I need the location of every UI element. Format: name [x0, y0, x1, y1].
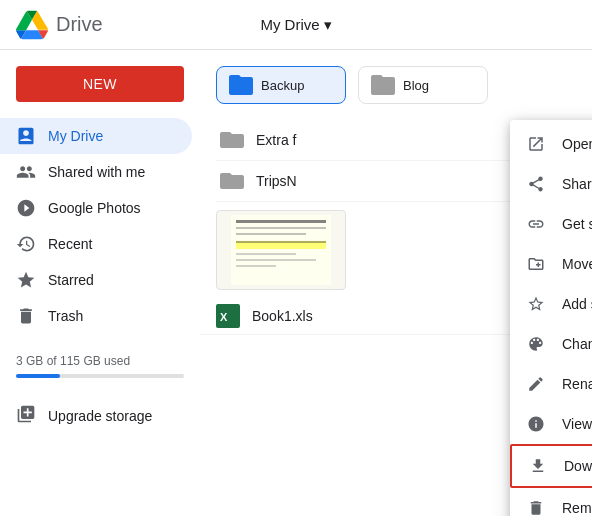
svg-text:X: X	[220, 311, 228, 323]
link-icon	[526, 214, 546, 234]
menu-item-change-color[interactable]: Change color ›	[510, 324, 592, 364]
menu-label-add-star: Add star	[562, 296, 592, 312]
move-to-icon	[526, 254, 546, 274]
sidebar-item-starred[interactable]: Starred	[0, 262, 192, 298]
folder-blog-label: Blog	[403, 78, 429, 93]
file-folder-icon	[220, 128, 244, 152]
info-icon	[526, 414, 546, 434]
sidebar-item-trash[interactable]: Trash	[0, 298, 192, 334]
sidebar-item-recent[interactable]: Recent	[0, 226, 192, 262]
document-thumbnail	[216, 210, 346, 290]
new-button[interactable]: NEW	[16, 66, 184, 102]
star-icon	[526, 294, 546, 314]
menu-label-move-to: Move to...	[562, 256, 592, 272]
menu-item-remove[interactable]: Remove	[510, 488, 592, 516]
my-drive-icon	[16, 126, 36, 146]
menu-item-move-to[interactable]: Move to...	[510, 244, 592, 284]
sidebar-label-photos: Google Photos	[48, 200, 141, 216]
file-folder-icon	[220, 169, 244, 193]
my-drive-label: My Drive	[260, 16, 319, 33]
sidebar: NEW My Drive Shared with me Google Photo…	[0, 50, 200, 516]
svg-rect-7	[236, 259, 316, 261]
photos-icon	[16, 198, 36, 218]
svg-rect-0	[231, 215, 331, 285]
sidebar-label-shared: Shared with me	[48, 164, 145, 180]
remove-icon	[526, 498, 546, 516]
upgrade-storage-button[interactable]: Upgrade storage	[0, 396, 200, 435]
menu-item-add-star[interactable]: Add star	[510, 284, 592, 324]
document-preview-icon	[231, 215, 331, 285]
sidebar-label-my-drive: My Drive	[48, 128, 103, 144]
menu-label-remove: Remove	[562, 500, 592, 516]
menu-label-download: Download	[564, 458, 592, 474]
menu-label-get-link: Get shareable link	[562, 216, 592, 232]
sidebar-label-starred: Starred	[48, 272, 94, 288]
menu-item-get-link[interactable]: Get shareable link	[510, 204, 592, 244]
folder-icon	[229, 75, 253, 95]
folder-backup-label: Backup	[261, 78, 304, 93]
folder-backup[interactable]: Backup	[216, 66, 346, 104]
svg-rect-8	[236, 265, 276, 267]
menu-label-open-with: Open with	[562, 136, 592, 152]
storage-bar-fill	[16, 374, 60, 378]
menu-item-view-details[interactable]: View details	[510, 404, 592, 444]
menu-item-download[interactable]: Download	[510, 444, 592, 488]
sidebar-item-my-drive[interactable]: My Drive	[0, 118, 192, 154]
share-icon	[526, 174, 546, 194]
folder-icon	[371, 75, 395, 95]
chevron-down-icon: ▾	[324, 16, 332, 34]
main-layout: NEW My Drive Shared with me Google Photo…	[0, 50, 592, 516]
open-with-icon	[526, 134, 546, 154]
app-name: Drive	[56, 13, 103, 36]
svg-rect-3	[236, 233, 306, 235]
recent-icon	[16, 234, 36, 254]
sidebar-item-shared[interactable]: Shared with me	[0, 154, 192, 190]
storage-bar-background	[16, 374, 184, 378]
trash-icon	[16, 306, 36, 326]
my-drive-dropdown[interactable]: My Drive ▾	[260, 16, 331, 34]
main-content: Backup Blog Extra f Trip	[200, 50, 592, 516]
menu-label-view-details: View details	[562, 416, 592, 432]
upgrade-icon	[16, 404, 36, 427]
rename-icon	[526, 374, 546, 394]
svg-rect-5	[236, 241, 326, 243]
excel-icon: X	[216, 304, 240, 328]
menu-item-rename[interactable]: Rename...	[510, 364, 592, 404]
svg-rect-2	[236, 227, 326, 229]
sidebar-label-recent: Recent	[48, 236, 92, 252]
file-extraf-name: Extra f	[256, 132, 296, 148]
color-icon	[526, 334, 546, 354]
starred-icon	[16, 270, 36, 290]
storage-info: 3 GB of 115 GB used	[0, 342, 200, 396]
folder-blog[interactable]: Blog	[358, 66, 488, 104]
menu-item-share[interactable]: Share...	[510, 164, 592, 204]
excel-file-name: Book1.xls	[252, 308, 313, 324]
sidebar-item-photos[interactable]: Google Photos	[0, 190, 192, 226]
file-tripsn-name: TripsN	[256, 173, 297, 189]
header: Drive My Drive ▾	[0, 0, 592, 50]
svg-rect-1	[236, 220, 326, 223]
menu-item-open-with[interactable]: Open with ›	[510, 124, 592, 164]
drive-logo-icon	[16, 9, 48, 41]
menu-label-share: Share...	[562, 176, 592, 192]
logo-area: Drive	[16, 9, 103, 41]
storage-text: 3 GB of 115 GB used	[16, 354, 130, 368]
shared-icon	[16, 162, 36, 182]
menu-label-change-color: Change color	[562, 336, 592, 352]
folders-grid: Backup Blog	[200, 50, 592, 120]
menu-label-rename: Rename...	[562, 376, 592, 392]
download-icon	[528, 456, 548, 476]
context-menu: Open with › Share... Get shareable link	[510, 120, 592, 516]
svg-rect-6	[236, 253, 296, 255]
sidebar-label-trash: Trash	[48, 308, 83, 324]
upgrade-label: Upgrade storage	[48, 408, 152, 424]
